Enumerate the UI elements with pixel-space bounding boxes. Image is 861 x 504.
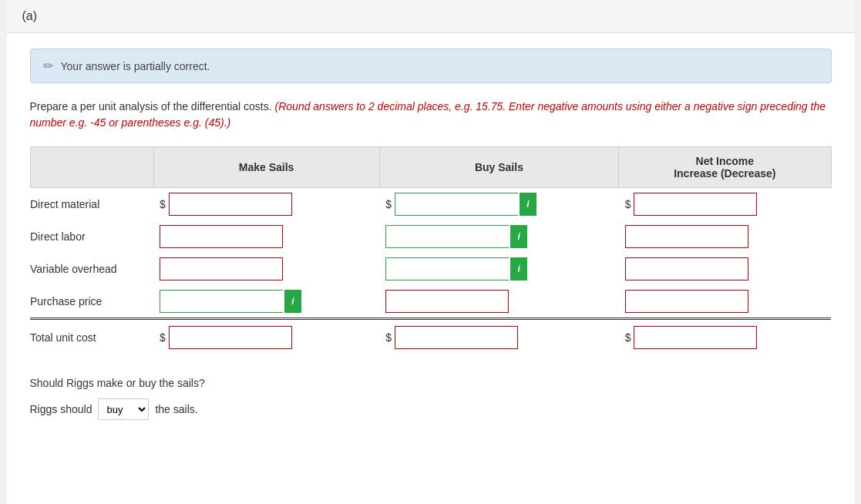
net-input[interactable]	[625, 290, 748, 313]
row-label: Purchase price	[30, 285, 153, 319]
row-label: Variable overhead	[30, 253, 153, 285]
buy-cell: i	[379, 220, 618, 253]
net-cell: $	[619, 188, 831, 221]
buy-cell: $i	[379, 188, 618, 221]
instruction-text: Prepare a per unit analysis of the diffe…	[30, 99, 832, 131]
riggs-prefix: Riggs should	[30, 403, 92, 415]
row-label: Direct labor	[30, 220, 153, 253]
net-input[interactable]	[634, 326, 757, 349]
net-income-line1: Net Income	[696, 155, 754, 167]
dollar-sign: $	[160, 331, 167, 344]
page-wrapper: (a) ✏ Your answer is partially correct. …	[7, 0, 855, 504]
row-label: Total unit cost	[30, 319, 153, 354]
table-row: Direct labori	[30, 220, 831, 253]
buy-input[interactable]	[395, 326, 518, 349]
riggs-line: Riggs should makebuy the sails.	[30, 398, 832, 420]
make-cell: i	[153, 285, 379, 319]
analysis-table: Make Sails Buy Sails Net Income Increase…	[30, 146, 832, 354]
dollar-sign: $	[625, 198, 633, 210]
table-row: Variable overheadi	[30, 253, 831, 285]
buy-input[interactable]	[385, 225, 509, 248]
net-cell: $	[619, 319, 831, 354]
question-text: Should Riggs make or buy the sails?	[30, 377, 832, 389]
alert-box: ✏ Your answer is partially correct.	[30, 49, 832, 83]
content-area: ✏ Your answer is partially correct. Prep…	[7, 33, 855, 435]
net-income-line2: Increase (Decrease)	[674, 167, 775, 180]
col-header-label	[30, 147, 153, 188]
alert-text: Your answer is partially correct.	[61, 60, 210, 72]
question-section: Should Riggs make or buy the sails? Rigg…	[30, 377, 832, 420]
row-label: Direct material	[30, 188, 153, 221]
net-input[interactable]	[625, 257, 748, 281]
make-cell: $	[153, 319, 379, 354]
buy-input[interactable]	[385, 290, 509, 313]
info-button[interactable]: i	[520, 193, 536, 216]
buy-input[interactable]	[395, 193, 518, 216]
table-container: Make Sails Buy Sails Net Income Increase…	[30, 146, 832, 354]
info-button[interactable]: i	[510, 225, 527, 248]
net-cell	[619, 285, 831, 319]
make-input[interactable]	[169, 193, 292, 216]
riggs-dropdown[interactable]: makebuy	[98, 398, 149, 420]
riggs-suffix: the sails.	[155, 403, 197, 415]
instruction-prefix: Prepare a per unit analysis of the diffe…	[30, 100, 272, 113]
col-header-make: Make Sails	[153, 147, 379, 188]
make-input[interactable]	[160, 225, 283, 248]
section-label: (a)	[22, 9, 38, 22]
buy-cell: i	[379, 253, 618, 285]
info-button[interactable]: i	[284, 290, 301, 313]
buy-input[interactable]	[385, 257, 509, 281]
make-cell	[153, 220, 379, 253]
make-cell	[153, 253, 379, 285]
buy-cell: $	[379, 319, 618, 354]
net-input[interactable]	[625, 225, 748, 248]
table-row: Direct material$$i$	[30, 188, 831, 221]
dollar-sign: $	[385, 331, 393, 344]
make-input[interactable]	[169, 326, 292, 349]
col-header-buy: Buy Sails	[379, 147, 618, 188]
dollar-sign: $	[625, 331, 633, 344]
make-cell: $	[153, 188, 379, 221]
info-button[interactable]: i	[510, 257, 527, 281]
pencil-icon: ✏	[43, 59, 53, 73]
table-row: Purchase pricei	[30, 285, 831, 319]
net-cell	[619, 253, 831, 285]
buy-cell	[379, 285, 618, 319]
net-cell	[619, 220, 831, 253]
net-input[interactable]	[634, 193, 757, 216]
dollar-sign: $	[385, 198, 393, 210]
col-header-net: Net Income Increase (Decrease)	[619, 147, 831, 188]
section-header: (a)	[7, 0, 855, 33]
table-row: Total unit cost$$$	[30, 319, 831, 354]
dollar-sign: $	[160, 198, 167, 210]
make-input[interactable]	[160, 257, 283, 281]
make-input[interactable]	[160, 290, 283, 313]
